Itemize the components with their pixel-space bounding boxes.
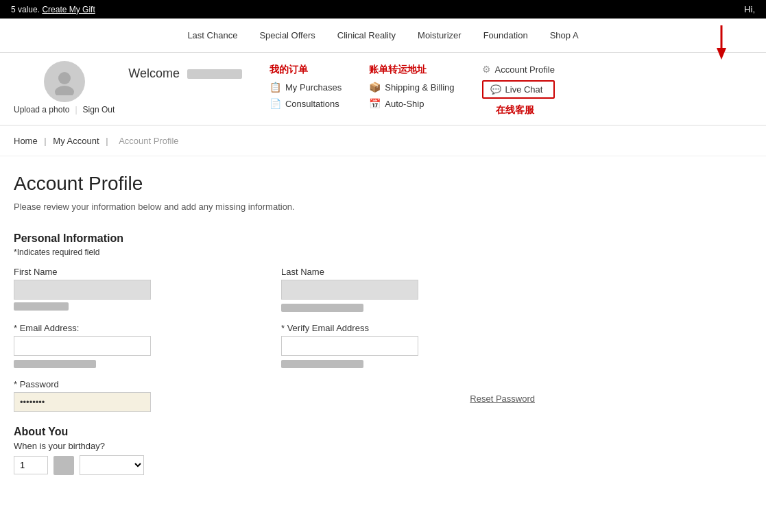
personal-info-title: Personal Information xyxy=(14,232,535,245)
password-group: * Password xyxy=(14,379,451,412)
birthday-row: January February March April May June Ju… xyxy=(14,455,535,475)
breadcrumb-my-account[interactable]: My Account xyxy=(53,136,99,146)
birthday-label: When is your birthday? xyxy=(14,441,535,451)
last-name-input[interactable] xyxy=(281,280,418,300)
welcome-label: Welcome xyxy=(128,66,242,81)
password-input[interactable] xyxy=(14,392,151,412)
last-name-label: Last Name xyxy=(281,267,535,277)
email-group: * Email Address: xyxy=(14,323,267,370)
top-bar: 5 value. Create My Gift Hi, xyxy=(0,0,766,19)
personal-information-section: Personal Information *Indicates required… xyxy=(14,232,535,412)
shipping-billing-link[interactable]: 📦 Shipping & Billing xyxy=(369,82,454,93)
svg-marker-1 xyxy=(717,48,726,60)
main-navigation: Last Chance Special Offers Clinical Real… xyxy=(0,19,766,53)
annotation-arrow xyxy=(687,22,728,60)
breadcrumb: Home | My Account | Account Profile xyxy=(0,126,766,156)
my-purchases-link[interactable]: 📋 My Purchases xyxy=(270,82,342,93)
reset-password-link[interactable]: Reset Password xyxy=(470,394,535,408)
about-you-title: About You xyxy=(14,426,535,438)
profile-column: ⚙ Account Profile 💬 Live Chat 在线客服 xyxy=(482,64,555,117)
avatar xyxy=(44,61,85,102)
verify-email-label: * Verify Email Address xyxy=(281,323,535,333)
nav-special-offers[interactable]: Special Offers xyxy=(259,30,315,40)
avatar-icon xyxy=(51,68,78,95)
password-label: * Password xyxy=(14,379,451,389)
orders-column: 我的订单 📋 My Purchases 📄 Consultations xyxy=(270,64,342,117)
nav-clinical-reality[interactable]: Clinical Reality xyxy=(337,30,396,40)
auto-ship-icon: 📅 xyxy=(369,98,381,109)
verify-email-group: * Verify Email Address xyxy=(281,323,535,370)
avatar-area: Upload a photo | Sign Out xyxy=(14,61,115,114)
nav-shop-all[interactable]: Shop A xyxy=(550,30,579,40)
greeting: Hi, xyxy=(744,4,755,14)
name-row: First Name Last Name xyxy=(14,267,535,313)
email-row: * Email Address: * Verify Email Address xyxy=(14,323,535,370)
gear-icon: ⚙ xyxy=(482,64,491,75)
promo-text: 5 value. Create My Gift xyxy=(11,5,95,14)
welcome-area: Welcome xyxy=(128,61,242,81)
promo-link[interactable]: Create My Gift xyxy=(42,5,95,14)
shipping-icon: 📦 xyxy=(369,82,381,93)
birthday-day-blurred xyxy=(53,456,74,475)
breadcrumb-home[interactable]: Home xyxy=(14,136,38,146)
auto-ship-link[interactable]: 📅 Auto-Ship xyxy=(369,98,454,109)
sign-out-link[interactable]: Sign Out xyxy=(83,105,115,114)
last-name-blurred xyxy=(281,304,363,312)
live-chat-link[interactable]: 💬 Live Chat xyxy=(482,80,555,99)
page-title: Account Profile xyxy=(14,173,535,195)
chat-icon: 💬 xyxy=(490,84,501,95)
billing-chinese-label: 账单转运地址 xyxy=(369,64,454,76)
verify-email-blurred xyxy=(281,360,363,368)
nav-foundation[interactable]: Foundation xyxy=(483,30,528,40)
last-name-group: Last Name xyxy=(281,267,535,313)
first-name-label: First Name xyxy=(14,267,267,277)
first-name-group: First Name xyxy=(14,267,267,313)
page-subtitle: Please review your information below and… xyxy=(14,202,535,212)
billing-column: 账单转运地址 📦 Shipping & Billing 📅 Auto-Ship xyxy=(369,64,454,117)
required-note: *Indicates required field xyxy=(14,247,535,257)
birthday-day-input[interactable] xyxy=(14,456,48,474)
account-dropdown: Upload a photo | Sign Out Welcome 我的订单 📋… xyxy=(0,53,766,126)
orders-chinese-label: 我的订单 xyxy=(270,64,342,76)
page-content: Account Profile Please review your infor… xyxy=(0,156,549,492)
breadcrumb-current: Account Profile xyxy=(119,136,178,146)
first-name-input[interactable] xyxy=(14,280,151,300)
upload-photo-link[interactable]: Upload a photo xyxy=(14,105,69,114)
verify-email-input[interactable] xyxy=(281,336,418,356)
email-label: * Email Address: xyxy=(14,323,267,333)
consultations-link[interactable]: 📄 Consultations xyxy=(270,98,342,109)
email-input[interactable] xyxy=(14,336,151,356)
first-name-blurred xyxy=(14,302,69,311)
email-blurred xyxy=(14,360,96,368)
live-chat-chinese-label: 在线客服 xyxy=(496,104,555,117)
svg-point-3 xyxy=(55,86,74,95)
about-you-section: About You When is your birthday? January… xyxy=(14,426,535,475)
purchases-icon: 📋 xyxy=(270,82,281,93)
nav-moisturizer[interactable]: Moisturizer xyxy=(418,30,462,40)
consultations-icon: 📄 xyxy=(270,98,281,109)
dropdown-menus: 我的订单 📋 My Purchases 📄 Consultations 账单转运… xyxy=(270,61,555,117)
svg-point-2 xyxy=(58,72,71,84)
password-row: * Password Reset Password xyxy=(14,379,535,412)
username-blurred xyxy=(187,69,242,79)
birthday-month-select[interactable]: January February March April May June Ju… xyxy=(80,455,144,475)
nav-last-chance[interactable]: Last Chance xyxy=(187,30,237,40)
account-profile-link[interactable]: ⚙ Account Profile xyxy=(482,64,555,75)
